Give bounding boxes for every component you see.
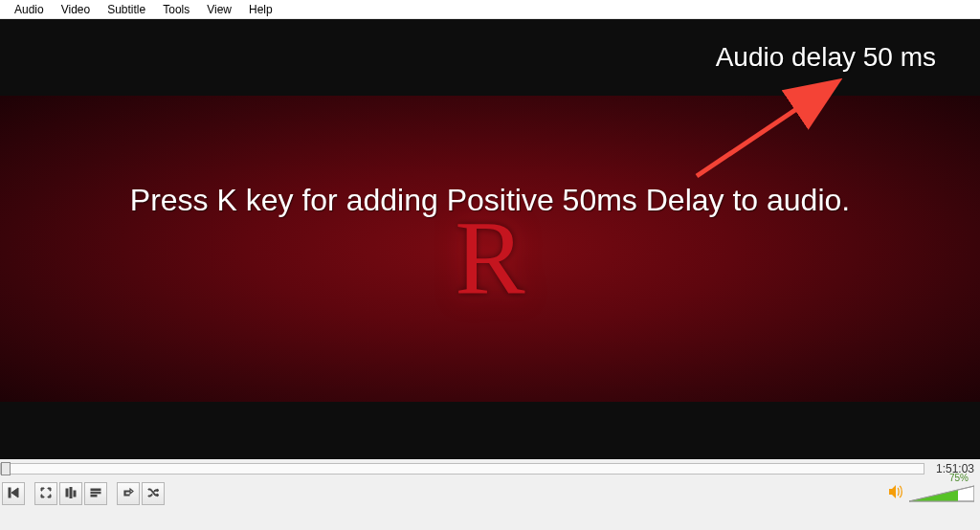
volume-control: 75%	[888, 484, 974, 503]
playback-group	[2, 482, 25, 505]
svg-rect-9	[91, 496, 97, 497]
view-group	[34, 482, 107, 505]
loop-icon	[122, 487, 134, 500]
fullscreen-icon	[40, 487, 52, 500]
video-area[interactable]: R Audio delay 50 ms Press K key for addi…	[0, 19, 980, 459]
menu-view[interactable]: View	[198, 2, 240, 17]
menu-audio[interactable]: Audio	[6, 2, 53, 17]
video-frame: R	[0, 96, 980, 402]
prev-button[interactable]	[2, 482, 25, 505]
playlist-button[interactable]	[84, 482, 107, 505]
svg-rect-2	[9, 488, 11, 497]
svg-marker-10	[889, 485, 896, 498]
playlist-icon	[90, 487, 101, 500]
shuffle-icon	[147, 487, 159, 500]
osd-audio-delay: Audio delay 50 ms	[716, 42, 936, 73]
volume-slider[interactable]: 75%	[909, 484, 974, 503]
seek-knob[interactable]	[1, 462, 11, 475]
svg-rect-13	[909, 484, 958, 503]
annotation-instruction: Press K key for adding Positive 50ms Del…	[0, 180, 980, 221]
shuffle-button[interactable]	[142, 482, 165, 505]
svg-rect-5	[70, 487, 72, 498]
skip-previous-icon	[8, 487, 19, 500]
volume-percent: 75%	[949, 473, 969, 483]
controls-bar: 75%	[0, 478, 980, 530]
menu-subtitle[interactable]: Subtitle	[99, 2, 154, 17]
menu-tools[interactable]: Tools	[154, 2, 198, 17]
menu-video[interactable]: Video	[53, 2, 99, 17]
menu-bar: Audio Video Subtitle Tools View Help	[0, 0, 980, 19]
svg-rect-8	[91, 492, 100, 494]
svg-rect-4	[66, 489, 68, 497]
equalizer-icon	[65, 487, 77, 500]
speaker-icon[interactable]	[888, 484, 903, 503]
svg-rect-6	[74, 491, 76, 497]
fullscreen-button[interactable]	[34, 482, 57, 505]
svg-marker-3	[11, 488, 18, 497]
menu-help[interactable]: Help	[240, 2, 281, 17]
loop-button[interactable]	[117, 482, 140, 505]
loop-group	[117, 482, 165, 505]
seek-bar-row: 1:51:03	[0, 459, 980, 478]
svg-rect-7	[91, 489, 100, 491]
letterbox-bottom	[0, 402, 980, 459]
seek-slider[interactable]	[0, 463, 924, 475]
extended-settings-button[interactable]	[59, 482, 82, 505]
